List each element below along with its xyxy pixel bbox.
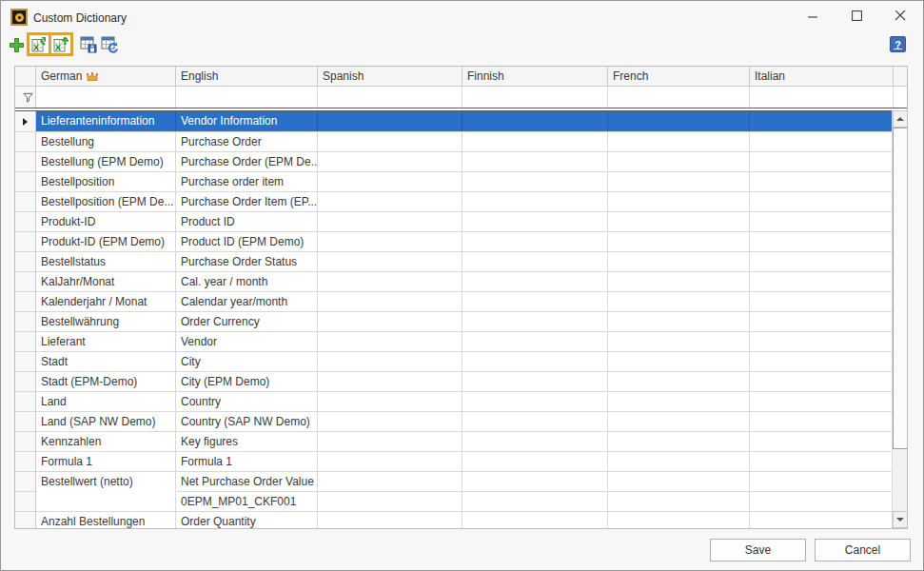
row-header-cell[interactable] — [15, 411, 36, 431]
cell-english[interactable]: Key figures — [176, 431, 318, 451]
cell-spanish[interactable] — [318, 291, 462, 311]
cell-italian[interactable] — [750, 351, 894, 371]
cell-italian[interactable] — [750, 511, 894, 528]
cell-italian[interactable] — [750, 451, 894, 471]
cell-english[interactable]: Purchase order item — [176, 171, 318, 191]
row-header-cell[interactable] — [15, 251, 36, 271]
cell-german[interactable]: Bestellposition (EPM De... — [36, 191, 176, 211]
cell-english[interactable]: Cal. year / month — [176, 271, 318, 291]
cell-french[interactable] — [608, 231, 750, 251]
cell-spanish[interactable] — [318, 151, 462, 171]
cell-spanish[interactable] — [318, 171, 462, 191]
cell-french[interactable] — [608, 371, 750, 391]
cell-english[interactable]: City (EPM Demo) — [176, 371, 318, 391]
cell-french[interactable] — [608, 271, 750, 291]
cell-finnish[interactable] — [462, 311, 608, 331]
row-header-cell[interactable] — [15, 391, 36, 411]
add-entry-button[interactable] — [6, 34, 27, 55]
cell-german[interactable]: Stadt (EPM-Demo) — [36, 371, 176, 391]
cancel-button[interactable]: Cancel — [815, 539, 911, 561]
cell-english[interactable]: Calendar year/month — [176, 291, 318, 311]
column-header-spanish[interactable]: Spanish — [318, 67, 462, 87]
column-header-english[interactable]: English — [176, 67, 318, 87]
cell-italian[interactable] — [750, 471, 894, 491]
cell-finnish[interactable] — [462, 491, 608, 511]
row-header-cell[interactable] — [15, 291, 36, 311]
cell-english[interactable]: Product ID — [176, 211, 318, 231]
cell-italian[interactable] — [750, 191, 894, 211]
cell-finnish[interactable] — [462, 191, 608, 211]
save-button[interactable]: Save — [710, 539, 806, 561]
cell-italian[interactable] — [750, 331, 894, 351]
cell-spanish[interactable] — [318, 491, 462, 511]
cell-french[interactable] — [608, 391, 750, 411]
cell-spanish[interactable] — [318, 351, 462, 371]
cell-english[interactable]: Country (SAP NW Demo) — [176, 411, 318, 431]
cell-french[interactable] — [608, 431, 750, 451]
reload-layout-button[interactable] — [99, 34, 120, 55]
cell-french[interactable] — [608, 131, 750, 151]
cell-finnish[interactable] — [462, 451, 608, 471]
cell-english[interactable]: Net Purchase Order Value — [176, 471, 318, 491]
cell-italian[interactable] — [750, 491, 894, 511]
cell-english[interactable]: Vendor — [176, 331, 318, 351]
cell-french[interactable] — [608, 171, 750, 191]
cell-italian[interactable] — [750, 271, 894, 291]
vertical-scrollbar[interactable] — [892, 110, 907, 528]
scroll-down-button[interactable] — [893, 511, 908, 528]
close-button[interactable] — [878, 1, 922, 30]
row-header-cell[interactable] — [15, 111, 36, 131]
cell-french[interactable] — [608, 311, 750, 331]
cell-finnish[interactable] — [462, 231, 608, 251]
scrollbar-thumb[interactable] — [893, 128, 908, 449]
minimize-button[interactable] — [791, 1, 835, 30]
cell-spanish[interactable] — [318, 191, 462, 211]
row-header-cell[interactable] — [15, 471, 36, 491]
cell-finnish[interactable] — [462, 211, 608, 231]
cell-french[interactable] — [608, 451, 750, 471]
cell-italian[interactable] — [750, 371, 894, 391]
row-header-cell[interactable] — [15, 431, 36, 451]
cell-english[interactable]: Formula 1 — [176, 451, 318, 471]
row-header-cell[interactable] — [15, 371, 36, 391]
cell-italian[interactable] — [750, 291, 894, 311]
row-header-cell[interactable] — [15, 191, 36, 211]
row-header-cell[interactable] — [15, 151, 36, 171]
cell-german[interactable]: Bestellung — [36, 131, 176, 151]
cell-english[interactable]: Product ID (EPM Demo) — [176, 231, 318, 251]
cell-italian[interactable] — [750, 131, 894, 151]
row-header-cell[interactable] — [15, 231, 36, 251]
cell-german[interactable]: Bestellposition — [36, 171, 176, 191]
cell-english[interactable]: Purchase Order Status — [176, 251, 318, 271]
cell-english[interactable]: Purchase Order (EPM De... — [176, 151, 318, 171]
row-header-cell[interactable] — [15, 311, 36, 331]
cell-spanish[interactable] — [318, 331, 462, 351]
cell-french[interactable] — [608, 411, 750, 431]
row-header-cell[interactable] — [15, 271, 36, 291]
cell-finnish[interactable] — [462, 471, 608, 491]
save-layout-button[interactable] — [78, 34, 99, 55]
cell-spanish[interactable] — [318, 511, 462, 528]
cell-english[interactable]: Purchase Order — [176, 131, 318, 151]
cell-english[interactable]: Purchase Order Item (EP... — [176, 191, 318, 211]
cell-french[interactable] — [608, 251, 750, 271]
cell-italian[interactable] — [750, 411, 894, 431]
row-header-cell[interactable] — [15, 331, 36, 351]
cell-german[interactable]: KalJahr/Monat — [36, 271, 176, 291]
help-button[interactable]: ? — [890, 36, 906, 52]
cell-french[interactable] — [608, 151, 750, 171]
filter-cell-german[interactable] — [36, 87, 176, 108]
filter-cell-english[interactable] — [176, 87, 318, 108]
cell-german[interactable]: Bestellung (EPM Demo) — [36, 151, 176, 171]
cell-french[interactable] — [608, 351, 750, 371]
cell-german[interactable]: Land — [36, 391, 176, 411]
cell-german[interactable]: Produkt-ID — [36, 211, 176, 231]
maximize-button[interactable] — [835, 1, 878, 30]
filter-cell-finnish[interactable] — [462, 87, 608, 108]
cell-french[interactable] — [608, 331, 750, 351]
cell-finnish[interactable] — [462, 111, 608, 131]
cell-finnish[interactable] — [462, 511, 608, 528]
cell-french[interactable] — [608, 291, 750, 311]
column-header-finnish[interactable]: Finnish — [462, 67, 608, 87]
cell-german[interactable]: Bestellwert (netto) — [36, 471, 176, 491]
